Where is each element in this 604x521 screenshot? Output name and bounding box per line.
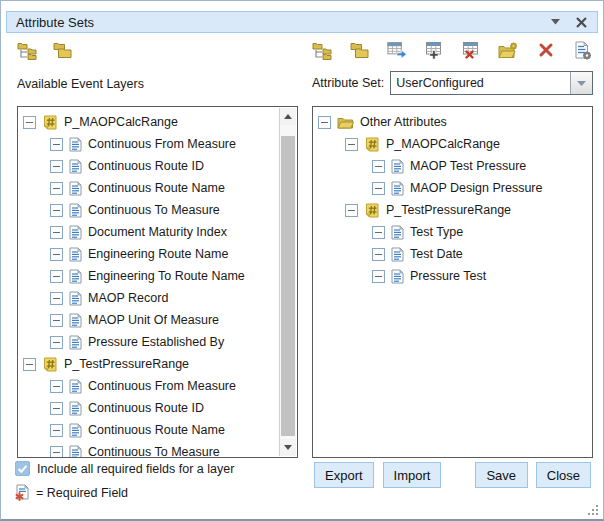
field-document-icon bbox=[391, 181, 404, 196]
tree-item[interactable]: P_MAOPCalcRange bbox=[313, 133, 592, 155]
collapse-minus-icon[interactable] bbox=[318, 116, 331, 129]
tree-item-label: Continuous To Measure bbox=[88, 445, 220, 457]
field-document-icon bbox=[69, 203, 82, 218]
table-remove-icon[interactable] bbox=[461, 40, 481, 60]
collapse-minus-icon[interactable] bbox=[50, 314, 63, 327]
collapse-minus-icon[interactable] bbox=[23, 116, 36, 129]
tree-item[interactable]: P_TestPressureRange bbox=[18, 353, 279, 375]
tree-item-label: Continuous Route ID bbox=[88, 159, 204, 173]
collapse-minus-icon[interactable] bbox=[50, 226, 63, 239]
scroll-down-icon[interactable] bbox=[280, 439, 296, 456]
folder-tree-icon[interactable] bbox=[17, 40, 37, 60]
collapse-minus-icon[interactable] bbox=[50, 424, 63, 437]
table-arrow-icon[interactable] bbox=[387, 40, 407, 60]
import-button[interactable]: Import bbox=[383, 462, 442, 488]
collapse-minus-icon[interactable] bbox=[50, 138, 63, 151]
close-button[interactable]: Close bbox=[536, 462, 591, 488]
tree-item[interactable]: Continuous To Measure bbox=[18, 199, 279, 221]
collapse-minus-icon[interactable] bbox=[50, 160, 63, 173]
resize-grip-icon[interactable] bbox=[587, 502, 599, 514]
scrollbar-thumb[interactable] bbox=[281, 136, 295, 436]
collapse-minus-icon[interactable] bbox=[372, 270, 385, 283]
include-required-fields-label: Include all required fields for a layer bbox=[37, 462, 234, 476]
tree-item-label: MAOP Record bbox=[88, 291, 168, 305]
tree-item[interactable]: MAOP Design Pressure bbox=[313, 177, 592, 199]
collapse-minus-icon[interactable] bbox=[50, 402, 63, 415]
tree-item[interactable]: Document Maturity Index bbox=[18, 221, 279, 243]
vertical-scrollbar[interactable] bbox=[279, 108, 296, 456]
dropdown-arrow-button[interactable] bbox=[570, 72, 592, 94]
caret-down-icon[interactable] bbox=[548, 15, 562, 29]
close-icon[interactable] bbox=[574, 15, 588, 29]
tree-item[interactable]: MAOP Test Pressure bbox=[313, 155, 592, 177]
include-required-fields-checkbox[interactable] bbox=[15, 461, 30, 476]
tree-item[interactable]: Test Date bbox=[313, 243, 592, 265]
collapse-minus-icon[interactable] bbox=[50, 292, 63, 305]
dialog-titlebar[interactable]: Attribute Sets bbox=[6, 11, 598, 33]
tree-item[interactable]: Continuous Route Name bbox=[18, 419, 279, 441]
collapse-minus-icon[interactable] bbox=[50, 270, 63, 283]
tree-item[interactable]: P_TestPressureRange bbox=[313, 199, 592, 221]
tree-item-label: Continuous To Measure bbox=[88, 203, 220, 217]
attribute-sets-dialog: Attribute Sets bbox=[0, 0, 604, 521]
tree-item-label: Engineering To Route Name bbox=[88, 269, 245, 283]
available-layers-panel: P_MAOPCalcRange bbox=[17, 106, 298, 458]
folders-icon[interactable] bbox=[349, 40, 369, 60]
field-document-icon bbox=[69, 379, 82, 394]
collapse-minus-icon[interactable] bbox=[345, 138, 358, 151]
tree-item[interactable]: Continuous To Measure bbox=[18, 441, 279, 457]
collapse-minus-icon[interactable] bbox=[50, 380, 63, 393]
tree-item[interactable]: Test Type bbox=[313, 221, 592, 243]
collapse-minus-icon[interactable] bbox=[50, 336, 63, 349]
tree-item-label: MAOP Test Pressure bbox=[410, 159, 526, 173]
field-document-icon bbox=[69, 137, 82, 152]
collapse-minus-icon[interactable] bbox=[372, 226, 385, 239]
collapse-minus-icon[interactable] bbox=[372, 182, 385, 195]
tree-item[interactable]: Continuous Route ID bbox=[18, 397, 279, 419]
field-document-icon bbox=[69, 181, 82, 196]
collapse-minus-icon[interactable] bbox=[50, 182, 63, 195]
collapse-minus-icon[interactable] bbox=[50, 446, 63, 458]
export-button[interactable]: Export bbox=[314, 462, 374, 488]
folders-icon[interactable] bbox=[52, 40, 72, 60]
tree-item[interactable]: Other Attributes bbox=[313, 111, 592, 133]
collapse-minus-icon[interactable] bbox=[23, 358, 36, 371]
tree-item[interactable]: MAOP Unit Of Measure bbox=[18, 309, 279, 331]
tree-item[interactable]: Continuous Route ID bbox=[18, 155, 279, 177]
collapse-minus-icon[interactable] bbox=[50, 204, 63, 217]
tree-item[interactable]: Pressure Established By bbox=[18, 331, 279, 353]
field-document-icon bbox=[69, 423, 82, 438]
tree-item[interactable]: Engineering Route Name bbox=[18, 243, 279, 265]
collapse-minus-icon[interactable] bbox=[345, 204, 358, 217]
field-document-icon bbox=[391, 225, 404, 240]
attribute-set-dropdown[interactable]: UserConfigured bbox=[390, 71, 593, 95]
required-field-legend: = Required Field bbox=[36, 486, 128, 500]
document-gear-icon[interactable] bbox=[573, 40, 593, 60]
collapse-minus-icon[interactable] bbox=[372, 160, 385, 173]
folder-gear-icon[interactable] bbox=[498, 40, 518, 60]
tree-item[interactable]: Pressure Test bbox=[313, 265, 592, 287]
tree-item[interactable]: P_MAOPCalcRange bbox=[18, 111, 279, 133]
folder-tree-icon[interactable] bbox=[312, 40, 332, 60]
event-layer-icon bbox=[364, 203, 380, 218]
attribute-set-value: UserConfigured bbox=[391, 72, 570, 94]
event-layer-icon bbox=[364, 137, 380, 152]
tree-item[interactable]: MAOP Record bbox=[18, 287, 279, 309]
tree-item-label: Test Type bbox=[410, 225, 463, 239]
scroll-up-icon[interactable] bbox=[280, 108, 296, 125]
attribute-set-tree[interactable]: Other Attributes bbox=[313, 108, 592, 457]
tree-item[interactable]: Continuous From Measure bbox=[18, 375, 279, 397]
delete-x-icon[interactable] bbox=[536, 40, 556, 60]
collapse-minus-icon[interactable] bbox=[372, 248, 385, 261]
field-document-icon bbox=[69, 269, 82, 284]
collapse-minus-icon[interactable] bbox=[50, 248, 63, 261]
available-layers-tree[interactable]: P_MAOPCalcRange bbox=[18, 108, 279, 457]
tree-item[interactable]: Engineering To Route Name bbox=[18, 265, 279, 287]
tree-item[interactable]: Continuous From Measure bbox=[18, 133, 279, 155]
dialog-title: Attribute Sets bbox=[16, 15, 94, 30]
table-add-icon[interactable] bbox=[424, 40, 444, 60]
save-button[interactable]: Save bbox=[475, 462, 528, 488]
tree-item[interactable]: Continuous Route Name bbox=[18, 177, 279, 199]
tree-item-label: Pressure Established By bbox=[88, 335, 224, 349]
tree-item-label: P_TestPressureRange bbox=[64, 357, 189, 371]
